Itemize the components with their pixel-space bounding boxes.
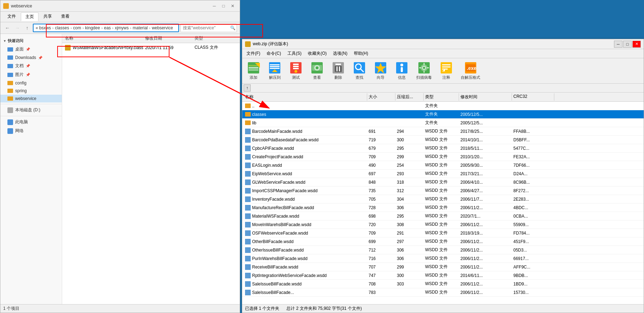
sidebar-item-config[interactable]: config (0, 79, 62, 87)
path-segment-3: com (73, 25, 81, 30)
rar-file-6[interactable]: GLWebServiceFacade.wsdd 848318 WSDD 文件20… (242, 178, 644, 187)
toolbar-view-button[interactable]: 查看 (307, 60, 327, 82)
menu-help[interactable]: 帮助(H) (351, 50, 371, 57)
svg-rect-6 (270, 64, 280, 65)
toolbar-extract-button[interactable]: 解压到 (265, 60, 285, 82)
rar-file-3[interactable]: CreateProjectFacade.wsdd 709299 WSDD 文件2… (242, 153, 644, 161)
toolbar-add-button[interactable]: 添加 (244, 60, 263, 82)
sidebar-item-spring[interactable]: spring (0, 87, 62, 95)
rar-file-7[interactable]: ImportCSSPManagerFacade.wsdd 735312 WSDD… (242, 187, 644, 195)
rar-file-9[interactable]: ManufactureRecBillFacade.wsdd 728306 WSD… (242, 203, 644, 212)
menu-tools[interactable]: 工具(S) (285, 50, 304, 57)
svg-rect-11 (293, 64, 299, 65)
col-name[interactable]: 名称 (65, 35, 145, 41)
toolbar-test-button[interactable]: 测试 (286, 60, 306, 82)
tab-view[interactable]: 查看 (57, 12, 74, 21)
rar-col-name[interactable]: 名称 (244, 93, 367, 101)
up-button[interactable]: ↑ (23, 24, 31, 32)
tab-home[interactable]: 主页 (21, 12, 38, 21)
rar-lib-row[interactable]: lib 文件夹 2005/12/5... (242, 119, 644, 127)
rar-file-0[interactable]: BarcodeMainFacade.wsdd 691294 WSDD 文件201… (242, 127, 644, 136)
quick-access-header[interactable]: ▼ 快速访问 (0, 37, 62, 45)
rar-col-modified[interactable]: 修改时间 (459, 93, 512, 101)
rar-file-14[interactable]: OtherIssueBillFacade.wsdd 712306 WSDD 文件… (242, 246, 644, 254)
sidebar-item-downloads[interactable]: Downloads 📌 (0, 54, 62, 61)
rar-file-5[interactable]: EipWebService.wsdd 697293 WSDD 文件2017/3/… (242, 170, 644, 178)
search-input[interactable] (180, 24, 237, 32)
rar-file-1[interactable]: BarcodePdaBasedataFacade.wsdd 719300 WSD… (242, 136, 644, 144)
svg-rect-22 (336, 66, 338, 71)
sidebar-item-this-pc[interactable]: 此电脑 (0, 118, 62, 126)
menu-favorites[interactable]: 收藏夹(O) (305, 50, 329, 57)
wsdd-icon-10 (245, 213, 251, 219)
path-segment-7: material (133, 25, 148, 30)
tab-file[interactable]: 文件 (3, 12, 20, 21)
rar-file-19[interactable]: SaleIssueBillFacade... 783 WSDD 文件2006/1… (242, 288, 644, 297)
rar-file-12[interactable]: OSFWebserviceFacade.wsdd 709291 WSDD 文件2… (242, 229, 644, 237)
minimize-button[interactable]: ─ (210, 2, 219, 10)
col-type[interactable]: 类型 (195, 35, 237, 41)
svg-rect-40 (441, 62, 452, 73)
winrar-close-button[interactable]: ✕ (632, 41, 641, 48)
rar-file-16[interactable]: ReceiveBillFacade.wsdd 707299 WSDD 文件200… (242, 263, 644, 271)
explorer-window: webservice ─ □ ✕ 文件 主页 共享 查看 ← → ↑ « bsx… (0, 0, 240, 313)
file-item-class[interactable]: WSMaterialWSFacadeSrvProxy.class 2020/7/… (62, 43, 240, 52)
rar-col-size[interactable]: 大小 (367, 93, 395, 101)
sidebar-item-webservice[interactable]: webservice (0, 95, 62, 102)
rar-file-2[interactable]: CpbcAPIFacade.wsdd 679295 WSDD 文件2018/5/… (242, 144, 644, 153)
maximize-button[interactable]: □ (219, 2, 228, 10)
toolbar-wizard-button[interactable]: 向导 (371, 60, 390, 82)
rar-parent-row[interactable]: .. 文件夹 (242, 102, 644, 110)
sidebar: ▼ 快速访问 桌面 📌 Downloads 📌 文档 📌 图片 � (0, 34, 62, 304)
wsdd-icon-12 (245, 230, 251, 236)
menu-file[interactable]: 文件(F) (244, 50, 263, 57)
rar-file-10[interactable]: MaterialWSFacade.wsdd 698295 WSDD 文件2020… (242, 212, 644, 220)
disk-icon (7, 107, 13, 113)
toolbar-info-button[interactable]: 信息 (392, 60, 412, 82)
close-button[interactable]: ✕ (228, 2, 237, 10)
rar-file-13[interactable]: OtherBillFacade.wsdd 699297 WSDD 文件2006/… (242, 237, 644, 246)
lib-folder-icon (245, 120, 251, 125)
find-label: 查找 (356, 75, 363, 80)
menu-command[interactable]: 命令(C) (264, 50, 284, 57)
lib-folder-name: lib (252, 120, 256, 125)
rar-file-17[interactable]: RptIntegrationWebServiceFacade.wsdd 7473… (242, 271, 644, 280)
rar-file-11[interactable]: MoveInWarehsBillFacade.wsdd 720308 WSDD … (242, 220, 644, 229)
toolbar-sfx-button[interactable]: .exe 自解压格式 (458, 60, 483, 82)
forward-button[interactable]: → (13, 24, 22, 32)
rar-file-15[interactable]: PurInWarehsBillFacade.wsdd 716306 WSDD 文… (242, 254, 644, 263)
sidebar-item-documents[interactable]: 文档 📌 (0, 61, 62, 70)
rar-col-compressed[interactable]: 压缩后... (395, 93, 424, 101)
toolbar-virus-button[interactable]: 扫描病毒 (413, 60, 435, 82)
rar-col-crc[interactable]: CRC32 (512, 93, 554, 101)
rar-col-type[interactable]: 类型 (424, 93, 459, 101)
svg-rect-12 (293, 66, 299, 67)
col-date[interactable]: 修改日期 (145, 35, 195, 41)
test-icon (290, 61, 302, 74)
winrar-maximize-button[interactable]: □ (623, 41, 632, 48)
sidebar-item-network[interactable]: 网络 (0, 126, 62, 135)
rar-file-8[interactable]: InventoryFacade.wsdd 705304 WSDD 文件2006/… (242, 195, 644, 203)
toolbar-find-button[interactable]: 查找 (350, 60, 369, 82)
sidebar-item-local-disk[interactable]: 本地磁盘 (D:) (0, 106, 62, 114)
wsdd-icon-18 (245, 281, 251, 287)
winrar-minimize-button[interactable]: ─ (614, 41, 622, 48)
spring-folder-icon (7, 89, 13, 93)
toolbar-delete-button[interactable]: 删除 (328, 60, 348, 82)
menu-options[interactable]: 选项(N) (330, 50, 350, 57)
winrar-status-right: 总计 2 文件夹和 75,902 字节(31 个文件) (286, 306, 362, 312)
toolbar-comment-button[interactable]: 注释 (436, 60, 456, 82)
rar-file-4[interactable]: EASLogin.wsdd 490254 WSDD 文件2005/9/30...… (242, 161, 644, 170)
address-path[interactable]: « bsxws › classes › com › kingdee › eas … (33, 24, 179, 32)
winrar-up-button[interactable]: ↑ (244, 84, 251, 91)
sidebar-item-desktop[interactable]: 桌面 📌 (0, 45, 62, 54)
rar-file-18[interactable]: SaleIssueBillFacade.wsdd 708303 WSDD 文件2… (242, 280, 644, 288)
tab-share[interactable]: 共享 (39, 12, 56, 21)
test-label: 测试 (292, 75, 300, 80)
rar-classes-row[interactable]: classes 文件夹 2005/12/5... (242, 110, 644, 119)
svg-point-35 (423, 67, 425, 69)
sidebar-item-pictures[interactable]: 图片 📌 (0, 70, 62, 79)
webservice-folder-icon (7, 96, 13, 101)
back-button[interactable]: ← (3, 24, 12, 32)
winrar-status-left: 已选择 1 个文件夹 (245, 306, 279, 312)
